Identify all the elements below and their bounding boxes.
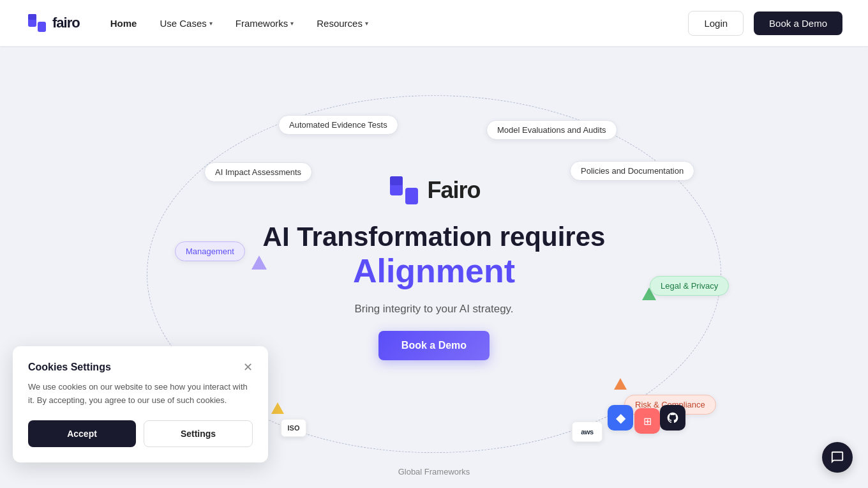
cookie-close-button[interactable]: ✕ bbox=[243, 362, 253, 373]
nav-link-frameworks[interactable]: Frameworks ▾ bbox=[236, 18, 294, 29]
use-cases-chevron-icon: ▾ bbox=[209, 20, 213, 27]
cookie-settings-button[interactable]: Settings bbox=[144, 420, 253, 447]
login-button[interactable]: Login bbox=[688, 11, 744, 36]
nav-actions: Login Book a Demo bbox=[688, 11, 842, 36]
nav-link-use-cases[interactable]: Use Cases ▾ bbox=[160, 18, 212, 29]
book-demo-hero-button[interactable]: Book a Demo bbox=[378, 331, 490, 360]
chip-legal-privacy: Legal & Privacy bbox=[650, 276, 729, 296]
github-badge bbox=[660, 405, 685, 431]
iso-badge: ISO bbox=[281, 419, 306, 437]
hero-logo-text: Fairo bbox=[427, 177, 480, 204]
hero-logo: Fairo bbox=[387, 174, 480, 207]
svg-rect-2 bbox=[38, 22, 46, 32]
triangle-orange bbox=[614, 378, 627, 390]
resources-chevron-icon: ▾ bbox=[365, 20, 368, 27]
nav-link-home[interactable]: Home bbox=[110, 18, 137, 29]
cookie-accept-button[interactable]: Accept bbox=[28, 420, 136, 447]
triangle-yellow bbox=[271, 402, 284, 414]
chip-model-evaluations: Model Evaluations and Audits bbox=[486, 120, 617, 140]
stack-badge: ⊞ bbox=[634, 408, 660, 434]
svg-rect-5 bbox=[405, 188, 418, 204]
hero-logo-large-icon bbox=[387, 174, 421, 207]
nav-logo-icon bbox=[26, 11, 49, 34]
global-frameworks-label: Global Frameworks bbox=[398, 467, 470, 477]
cookie-banner: Cookies Settings ✕ We use cookies on our… bbox=[13, 346, 268, 462]
chip-management: Management bbox=[175, 241, 245, 261]
cookie-actions: Accept Settings bbox=[28, 420, 253, 447]
navbar: fairo Home Use Cases ▾ Frameworks ▾ Reso… bbox=[0, 0, 868, 46]
cookie-text: We use cookies on our website to see how… bbox=[28, 381, 253, 408]
chat-icon bbox=[830, 450, 844, 464]
hero-title-accent: Alignment bbox=[263, 252, 606, 290]
triangle-purple bbox=[251, 255, 267, 270]
frameworks-chevron-icon: ▾ bbox=[290, 20, 294, 27]
book-demo-nav-button[interactable]: Book a Demo bbox=[754, 11, 842, 35]
hero-subtitle: Bring integrity to your AI strategy. bbox=[354, 303, 513, 316]
nav-links: Home Use Cases ▾ Frameworks ▾ Resources … bbox=[110, 18, 689, 29]
cookie-title: Cookies Settings bbox=[28, 362, 111, 373]
chip-automated-evidence: Automated Evidence Tests bbox=[278, 115, 398, 135]
hero-title: AI Transformation requires Alignment bbox=[263, 222, 606, 290]
chip-policies: Policies and Documentation bbox=[570, 161, 694, 181]
svg-rect-4 bbox=[390, 176, 403, 185]
nav-link-resources[interactable]: Resources ▾ bbox=[317, 18, 368, 29]
hero-center-content: Fairo AI Transformation requires Alignme… bbox=[263, 174, 606, 360]
hero-title-line1: AI Transformation requires bbox=[263, 222, 606, 252]
nav-logo[interactable]: fairo bbox=[26, 11, 80, 34]
chat-bubble-button[interactable] bbox=[822, 442, 853, 473]
nav-logo-text: fairo bbox=[52, 15, 80, 31]
aws-badge: aws bbox=[572, 422, 602, 442]
diamond-badge: ◆ bbox=[608, 405, 633, 431]
svg-rect-1 bbox=[28, 14, 36, 20]
cookie-header: Cookies Settings ✕ bbox=[28, 362, 253, 373]
chip-ai-impact: AI Impact Assessments bbox=[204, 162, 312, 182]
